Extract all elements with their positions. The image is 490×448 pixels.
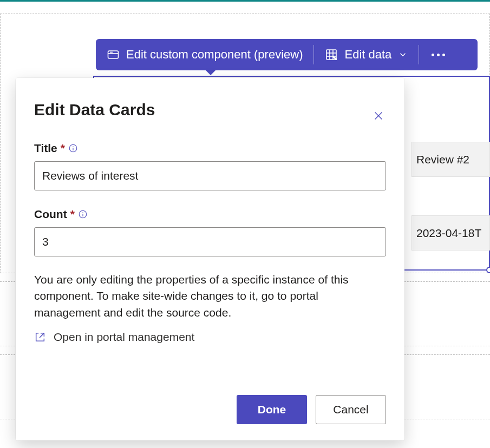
table-cell: Review #2 [411, 142, 490, 177]
cancel-button[interactable]: Cancel [316, 395, 386, 424]
title-field: Title * [34, 142, 386, 190]
edit-data-icon [325, 48, 338, 61]
required-marker: * [70, 208, 75, 221]
chevron-down-icon [398, 50, 408, 60]
title-label-text: Title [34, 142, 57, 155]
edit-custom-component-label: Edit custom component (preview) [126, 48, 303, 62]
title-input[interactable] [34, 161, 386, 190]
svg-rect-0 [108, 51, 119, 58]
close-icon [373, 110, 384, 122]
title-label: Title * [34, 142, 386, 155]
component-toolbar: Edit custom component (preview) Edit dat… [96, 39, 478, 70]
instance-edit-hint: You are only editing the properties of a… [34, 272, 386, 321]
svg-point-12 [73, 146, 73, 147]
more-actions-button[interactable] [419, 39, 457, 70]
more-icon [429, 54, 447, 56]
open-portal-management-label: Open in portal management [54, 331, 194, 344]
close-button[interactable] [368, 105, 389, 127]
component-icon [107, 48, 120, 61]
edit-custom-component-button[interactable]: Edit custom component (preview) [96, 39, 313, 70]
count-input[interactable] [34, 227, 386, 256]
open-external-icon [34, 331, 46, 343]
top-accent-line [0, 0, 490, 2]
table-cell: 2023-04-18T [411, 215, 490, 251]
count-label-text: Count [34, 208, 67, 221]
svg-point-15 [82, 212, 83, 213]
resize-handle[interactable] [486, 267, 490, 273]
done-button[interactable]: Done [237, 395, 307, 424]
edit-data-cards-panel: Edit Data Cards Title * Count * You are … [16, 78, 404, 440]
info-icon[interactable] [78, 209, 88, 219]
edit-data-label: Edit data [344, 48, 391, 62]
svg-line-16 [40, 333, 44, 338]
toolbar-pointer [205, 69, 217, 75]
panel-actions: Done Cancel [237, 395, 386, 424]
panel-title: Edit Data Cards [34, 101, 386, 119]
open-portal-management-link[interactable]: Open in portal management [34, 331, 194, 344]
edit-data-button[interactable]: Edit data [314, 39, 419, 70]
info-icon[interactable] [68, 143, 78, 153]
count-label: Count * [34, 208, 386, 221]
required-marker: * [61, 142, 65, 155]
count-field: Count * [34, 208, 386, 256]
